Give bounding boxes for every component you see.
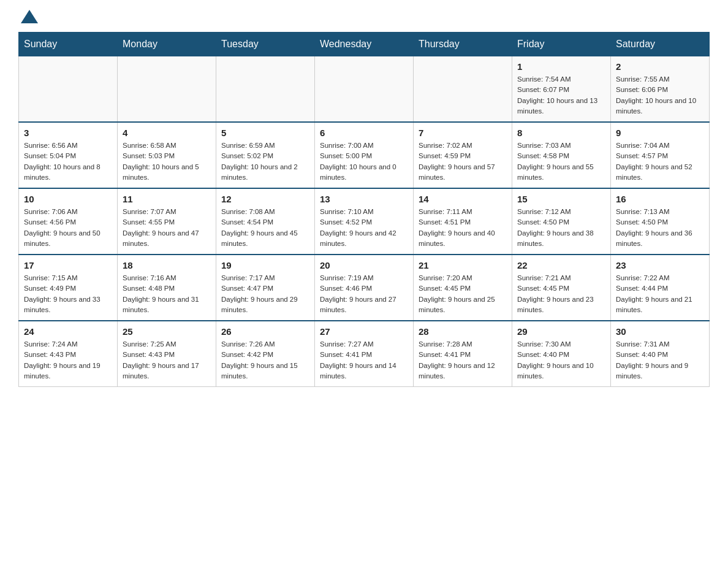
- day-info: Sunrise: 7:24 AMSunset: 4:43 PMDaylight:…: [24, 339, 112, 381]
- calendar-cell: 1Sunrise: 7:54 AMSunset: 6:07 PMDaylight…: [512, 56, 611, 123]
- calendar-cell: 4Sunrise: 6:58 AMSunset: 5:03 PMDaylight…: [118, 122, 216, 188]
- calendar-week-row: 1Sunrise: 7:54 AMSunset: 6:07 PMDaylight…: [19, 56, 710, 123]
- calendar-cell: 10Sunrise: 7:06 AMSunset: 4:56 PMDayligh…: [19, 188, 118, 255]
- calendar-cell: 15Sunrise: 7:12 AMSunset: 4:50 PMDayligh…: [512, 188, 611, 255]
- day-info: Sunrise: 7:54 AMSunset: 6:07 PMDaylight:…: [517, 74, 605, 117]
- calendar-cell: 11Sunrise: 7:07 AMSunset: 4:55 PMDayligh…: [118, 188, 216, 255]
- page-header: [18, 12, 710, 20]
- calendar-cell: 28Sunrise: 7:28 AMSunset: 4:41 PMDayligh…: [414, 321, 512, 387]
- column-header-saturday: Saturday: [611, 33, 710, 56]
- column-header-thursday: Thursday: [414, 33, 512, 56]
- day-info: Sunrise: 7:12 AMSunset: 4:50 PMDaylight:…: [517, 207, 605, 249]
- calendar-cell: [414, 56, 512, 123]
- day-info: Sunrise: 7:03 AMSunset: 4:58 PMDaylight:…: [517, 140, 605, 183]
- day-info: Sunrise: 7:13 AMSunset: 4:50 PMDaylight:…: [616, 207, 704, 249]
- day-number: 20: [320, 260, 408, 270]
- day-info: Sunrise: 7:02 AMSunset: 4:59 PMDaylight:…: [419, 140, 507, 183]
- column-header-tuesday: Tuesday: [216, 33, 315, 56]
- day-info: Sunrise: 7:55 AMSunset: 6:06 PMDaylight:…: [616, 74, 704, 117]
- day-number: 2: [616, 61, 704, 72]
- calendar-cell: 27Sunrise: 7:27 AMSunset: 4:41 PMDayligh…: [315, 321, 414, 387]
- calendar-cell: [118, 56, 216, 123]
- day-info: Sunrise: 7:08 AMSunset: 4:54 PMDaylight:…: [221, 207, 309, 249]
- calendar-cell: 6Sunrise: 7:00 AMSunset: 5:00 PMDaylight…: [315, 122, 414, 188]
- day-number: 22: [517, 260, 605, 270]
- day-number: 23: [616, 260, 704, 270]
- day-info: Sunrise: 7:25 AMSunset: 4:43 PMDaylight:…: [123, 339, 211, 381]
- day-number: 5: [221, 128, 309, 138]
- calendar-header-row: SundayMondayTuesdayWednesdayThursdayFrid…: [19, 33, 710, 56]
- logo-triangle-icon: [21, 10, 38, 23]
- calendar-cell: 25Sunrise: 7:25 AMSunset: 4:43 PMDayligh…: [118, 321, 216, 387]
- calendar-cell: 24Sunrise: 7:24 AMSunset: 4:43 PMDayligh…: [19, 321, 118, 387]
- day-number: 4: [123, 128, 211, 138]
- calendar-cell: 30Sunrise: 7:31 AMSunset: 4:40 PMDayligh…: [611, 321, 710, 387]
- calendar-cell: 2Sunrise: 7:55 AMSunset: 6:06 PMDaylight…: [611, 56, 710, 123]
- calendar-cell: 18Sunrise: 7:16 AMSunset: 4:48 PMDayligh…: [118, 255, 216, 321]
- day-info: Sunrise: 7:17 AMSunset: 4:47 PMDaylight:…: [221, 273, 309, 315]
- day-info: Sunrise: 7:06 AMSunset: 4:56 PMDaylight:…: [24, 207, 112, 249]
- calendar-week-row: 17Sunrise: 7:15 AMSunset: 4:49 PMDayligh…: [19, 255, 710, 321]
- day-number: 3: [24, 128, 112, 138]
- calendar-cell: 13Sunrise: 7:10 AMSunset: 4:52 PMDayligh…: [315, 188, 414, 255]
- calendar-cell: 9Sunrise: 7:04 AMSunset: 4:57 PMDaylight…: [611, 122, 710, 188]
- day-number: 19: [221, 260, 309, 270]
- day-info: Sunrise: 7:04 AMSunset: 4:57 PMDaylight:…: [616, 140, 704, 183]
- calendar-week-row: 3Sunrise: 6:56 AMSunset: 5:04 PMDaylight…: [19, 122, 710, 188]
- day-number: 18: [123, 260, 211, 270]
- column-header-sunday: Sunday: [19, 33, 118, 56]
- calendar-cell: 22Sunrise: 7:21 AMSunset: 4:45 PMDayligh…: [512, 255, 611, 321]
- day-number: 30: [616, 326, 704, 337]
- day-info: Sunrise: 7:21 AMSunset: 4:45 PMDaylight:…: [517, 273, 605, 315]
- calendar-cell: 20Sunrise: 7:19 AMSunset: 4:46 PMDayligh…: [315, 255, 414, 321]
- calendar-cell: 21Sunrise: 7:20 AMSunset: 4:45 PMDayligh…: [414, 255, 512, 321]
- day-number: 21: [419, 260, 507, 270]
- day-info: Sunrise: 7:11 AMSunset: 4:51 PMDaylight:…: [419, 207, 507, 249]
- day-number: 11: [123, 194, 211, 204]
- calendar-cell: 7Sunrise: 7:02 AMSunset: 4:59 PMDaylight…: [414, 122, 512, 188]
- calendar-cell: 16Sunrise: 7:13 AMSunset: 4:50 PMDayligh…: [611, 188, 710, 255]
- day-info: Sunrise: 6:56 AMSunset: 5:04 PMDaylight:…: [24, 140, 112, 183]
- calendar-cell: 29Sunrise: 7:30 AMSunset: 4:40 PMDayligh…: [512, 321, 611, 387]
- calendar-cell: 8Sunrise: 7:03 AMSunset: 4:58 PMDaylight…: [512, 122, 611, 188]
- day-number: 28: [419, 326, 507, 337]
- day-info: Sunrise: 7:31 AMSunset: 4:40 PMDaylight:…: [616, 339, 704, 381]
- day-info: Sunrise: 7:00 AMSunset: 5:00 PMDaylight:…: [320, 140, 408, 183]
- calendar-cell: 5Sunrise: 6:59 AMSunset: 5:02 PMDaylight…: [216, 122, 315, 188]
- logo: [18, 12, 38, 20]
- column-header-friday: Friday: [512, 33, 611, 56]
- day-info: Sunrise: 7:26 AMSunset: 4:42 PMDaylight:…: [221, 339, 309, 381]
- day-info: Sunrise: 7:30 AMSunset: 4:40 PMDaylight:…: [517, 339, 605, 381]
- calendar-cell: [216, 56, 315, 123]
- day-number: 27: [320, 326, 408, 337]
- day-number: 17: [24, 260, 112, 270]
- day-number: 8: [517, 128, 605, 138]
- calendar-cell: 14Sunrise: 7:11 AMSunset: 4:51 PMDayligh…: [414, 188, 512, 255]
- day-number: 6: [320, 128, 408, 138]
- day-number: 10: [24, 194, 112, 204]
- calendar-cell: 19Sunrise: 7:17 AMSunset: 4:47 PMDayligh…: [216, 255, 315, 321]
- day-info: Sunrise: 6:58 AMSunset: 5:03 PMDaylight:…: [123, 140, 211, 183]
- day-number: 16: [616, 194, 704, 204]
- day-info: Sunrise: 7:10 AMSunset: 4:52 PMDaylight:…: [320, 207, 408, 249]
- calendar-cell: 26Sunrise: 7:26 AMSunset: 4:42 PMDayligh…: [216, 321, 315, 387]
- calendar-cell: 12Sunrise: 7:08 AMSunset: 4:54 PMDayligh…: [216, 188, 315, 255]
- day-number: 1: [517, 61, 605, 72]
- calendar-cell: [19, 56, 118, 123]
- day-info: Sunrise: 7:16 AMSunset: 4:48 PMDaylight:…: [123, 273, 211, 315]
- day-number: 13: [320, 194, 408, 204]
- calendar-table: SundayMondayTuesdayWednesdayThursdayFrid…: [18, 32, 710, 387]
- calendar-week-row: 10Sunrise: 7:06 AMSunset: 4:56 PMDayligh…: [19, 188, 710, 255]
- day-info: Sunrise: 7:19 AMSunset: 4:46 PMDaylight:…: [320, 273, 408, 315]
- day-info: Sunrise: 7:15 AMSunset: 4:49 PMDaylight:…: [24, 273, 112, 315]
- day-info: Sunrise: 7:28 AMSunset: 4:41 PMDaylight:…: [419, 339, 507, 381]
- column-header-wednesday: Wednesday: [315, 33, 414, 56]
- column-header-monday: Monday: [118, 33, 216, 56]
- day-number: 29: [517, 326, 605, 337]
- day-number: 24: [24, 326, 112, 337]
- day-number: 26: [221, 326, 309, 337]
- calendar-cell: 23Sunrise: 7:22 AMSunset: 4:44 PMDayligh…: [611, 255, 710, 321]
- day-info: Sunrise: 7:20 AMSunset: 4:45 PMDaylight:…: [419, 273, 507, 315]
- calendar-cell: 3Sunrise: 6:56 AMSunset: 5:04 PMDaylight…: [19, 122, 118, 188]
- day-number: 12: [221, 194, 309, 204]
